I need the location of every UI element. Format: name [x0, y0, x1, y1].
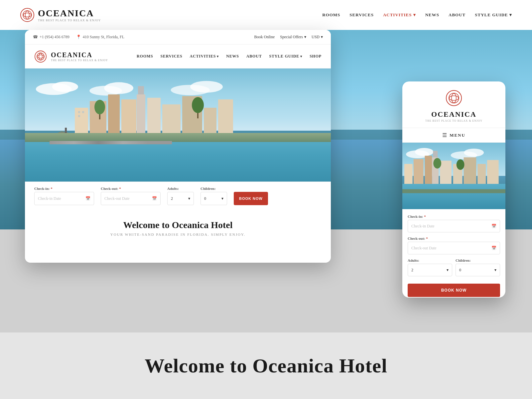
- bg-nav-services[interactable]: SERVICES: [349, 12, 374, 18]
- card-logo-icon: [34, 50, 47, 63]
- bg-brand-tagline: THE BEST PLACE TO RELAX & ENJOY: [38, 19, 101, 22]
- bg-nav-activities[interactable]: AcTivITIES ▾: [383, 12, 416, 18]
- desktop-card-hero: [25, 68, 331, 182]
- adults-chevron: ▾: [188, 196, 190, 201]
- mobile-children-chevron: ▾: [494, 268, 496, 273]
- mobile-brand-name: OCEANICA: [425, 110, 482, 119]
- mobile-checkin-required: *: [424, 214, 426, 218]
- card-nav-activities[interactable]: ACTIVITIES: [190, 54, 219, 59]
- svg-rect-38: [138, 86, 144, 94]
- card-nav-news[interactable]: NEWS: [226, 54, 239, 59]
- book-online-btn[interactable]: Book Online: [254, 35, 275, 40]
- svg-point-55: [449, 96, 459, 100]
- mobile-logo-section: OCEANICA THE BEST PLACE TO RELAX & ENJOY: [402, 81, 505, 128]
- mobile-adults-chevron: ▾: [447, 268, 449, 273]
- desktop-welcome: Welcome to Oceanica Hotel YOUR WHITE-SAN…: [25, 210, 331, 246]
- card-nav-services[interactable]: SERVICES: [160, 54, 182, 59]
- checkin-required: *: [51, 187, 53, 191]
- desktop-card: ☎ +1 (954) 456 6789 📍 410 Sunny St, Flor…: [25, 30, 331, 263]
- checkout-required: *: [119, 187, 121, 191]
- card-nav-style-guide[interactable]: STYLE GUIDE: [269, 54, 303, 59]
- children-select[interactable]: 0 ▾: [200, 192, 227, 205]
- location-icon: 📍: [76, 35, 81, 40]
- bg-logo-icon: [20, 8, 35, 22]
- mobile-children-select[interactable]: 0 ▾: [456, 264, 500, 276]
- mobile-menu-label[interactable]: MENU: [450, 133, 466, 138]
- children-field: Children: 0 ▾: [200, 187, 227, 205]
- svg-point-25: [37, 55, 44, 58]
- phone-number: +1 (954) 456 6789: [40, 35, 69, 40]
- mobile-logo-icon: [445, 89, 463, 107]
- svg-point-53: [449, 93, 459, 103]
- bg-nav-style-guide[interactable]: STYLE GUIDE ▾: [475, 12, 512, 18]
- svg-rect-45: [78, 111, 80, 113]
- mobile-checkout-field: Check-out: * Check-out Date 📅: [408, 236, 500, 254]
- checkout-input[interactable]: Check-out Date 📅: [101, 192, 161, 205]
- svg-point-48: [94, 100, 105, 114]
- card-logo-area: OCEANICA THE BEST PLACE TO RELAX & ENJOY: [34, 50, 108, 63]
- desktop-topbar: ☎ +1 (954) 456 6789 📍 410 Sunny St, Flor…: [25, 30, 331, 45]
- card-brand-tagline: THE BEST PLACE TO RELAX & ENJOY: [51, 59, 108, 62]
- mobile-checkout-label: Check-out: *: [408, 236, 500, 240]
- special-offers-btn[interactable]: Special Offers ▾: [280, 35, 306, 40]
- mobile-book-btn[interactable]: BOOK NOW: [408, 284, 500, 297]
- svg-point-1: [23, 11, 32, 19]
- mobile-card: OCEANICA THE BEST PLACE TO RELAX & ENJOY…: [402, 81, 505, 298]
- svg-point-3: [23, 13, 31, 17]
- mobile-adults-field: Adults: 2 ▾: [408, 258, 452, 276]
- mobile-booking-form: Check-in: * Check-in Date 📅 Check-out: *…: [402, 209, 505, 298]
- checkin-placeholder: Check-in Date: [38, 196, 61, 201]
- mobile-brand: OCEANICA THE BEST PLACE TO RELAX & ENJOY: [425, 110, 482, 122]
- checkout-label: Check-out: *: [101, 187, 161, 191]
- mobile-nav-bar: ☰ MENU: [402, 128, 505, 143]
- booking-submit-btn[interactable]: BOOK NOW: [234, 192, 268, 205]
- phone-item: ☎ +1 (954) 456 6789: [33, 35, 69, 40]
- svg-point-24: [39, 53, 42, 60]
- bg-bottom-welcome: Welcome to Oceanica Hotel: [0, 332, 532, 399]
- mobile-checkout-input[interactable]: Check-out Date 📅: [408, 242, 500, 254]
- special-offers-chevron: ▾: [304, 35, 306, 40]
- bg-nav-news[interactable]: NEWS: [425, 12, 439, 18]
- svg-point-71: [457, 159, 465, 170]
- checkin-label: Check-in: *: [34, 187, 94, 191]
- mobile-guests-row: Adults: 2 ▾ Children: 0 ▾: [408, 258, 500, 280]
- bg-nav-about[interactable]: ABOUT: [449, 12, 466, 18]
- card-nav-links: ROOMS SERVICES ACTIVITIES NEWS ABOUT STY…: [137, 54, 322, 59]
- currency-btn[interactable]: USD ▾: [312, 35, 323, 40]
- svg-point-2: [25, 11, 29, 19]
- bg-brand-text: OCEANICA THE BEST PLACE TO RELAX & ENJOY: [38, 8, 101, 22]
- card-nav-rooms[interactable]: ROOMS: [137, 54, 153, 59]
- checkout-placeholder: Check-out Date: [104, 196, 130, 201]
- children-chevron: ▾: [221, 196, 223, 201]
- svg-point-70: [433, 158, 441, 169]
- mobile-adults-select[interactable]: 2 ▾: [408, 264, 452, 276]
- adults-label: Adults:: [167, 187, 194, 191]
- mobile-adults-label: Adults:: [408, 258, 452, 262]
- svg-point-50: [192, 97, 204, 113]
- mobile-checkin-input[interactable]: Check-in Date 📅: [408, 220, 500, 232]
- svg-rect-46: [82, 111, 84, 113]
- bg-brand-name: OCEANICA: [38, 8, 101, 19]
- checkin-input[interactable]: Check-in Date 📅: [34, 192, 94, 205]
- mobile-checkin-calendar-icon: 📅: [491, 224, 496, 229]
- svg-point-54: [452, 93, 456, 103]
- mobile-checkout-required: *: [426, 236, 428, 240]
- phone-icon: ☎: [33, 35, 38, 40]
- mobile-hero: [402, 143, 505, 209]
- card-nav-about[interactable]: ABOUT: [246, 54, 262, 59]
- mobile-sea: [402, 184, 505, 209]
- card-nav-shop[interactable]: SHOP: [310, 54, 322, 59]
- adults-field: Adults: 2 ▾: [167, 187, 194, 205]
- card-cars: [50, 141, 172, 144]
- checkin-calendar-icon: 📅: [85, 196, 90, 201]
- mobile-checkin-field: Check-in: * Check-in Date 📅: [408, 214, 500, 232]
- mobile-children-label: Children:: [456, 258, 500, 262]
- adults-select[interactable]: 2 ▾: [167, 192, 194, 205]
- checkin-field: Check-in: * Check-in Date 📅: [34, 187, 94, 205]
- mobile-shore: [402, 189, 505, 193]
- checkout-field: Check-out: * Check-out Date 📅: [101, 187, 161, 205]
- mobile-adults-value: 2: [411, 268, 413, 273]
- bg-nav-rooms[interactable]: ROOMS: [322, 12, 340, 18]
- adults-value: 2: [171, 196, 173, 201]
- topbar-actions: Book Online Special Offers ▾ USD ▾: [254, 35, 323, 40]
